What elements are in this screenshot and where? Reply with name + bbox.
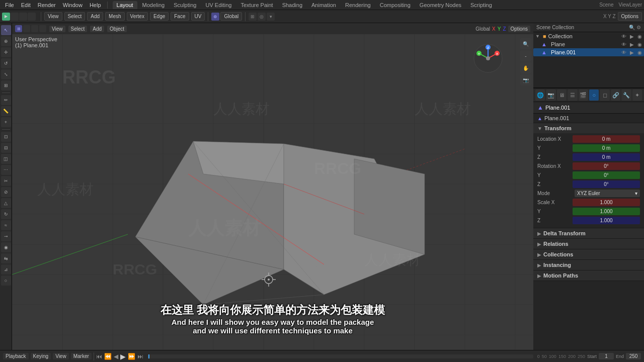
mode-icon-2[interactable]	[11, 13, 19, 21]
global-btn[interactable]: Global	[220, 12, 242, 21]
plane001-cam-icon[interactable]: ▶	[630, 50, 634, 55]
view-btn[interactable]: View	[53, 353, 69, 359]
loop-cut-tool[interactable]: ⋯	[1, 165, 11, 175]
workspace-geometry-nodes[interactable]: Geometry Nodes	[416, 1, 465, 9]
measure-tool[interactable]: 📏	[1, 106, 11, 116]
snap-options-icon[interactable]: ▾	[267, 13, 275, 21]
collection-cam-icon[interactable]: ▶	[630, 34, 634, 39]
knife-tool[interactable]: ✂	[1, 176, 11, 186]
vertex-menu[interactable]: Vertex	[127, 12, 148, 21]
workspace-modeling[interactable]: Modeling	[138, 1, 169, 9]
props-object-icon[interactable]: ◻	[600, 89, 609, 101]
viewport-add-btn[interactable]: Add	[90, 26, 104, 32]
camera-view-btn[interactable]: 📷	[520, 74, 531, 85]
annotate-tool[interactable]: ✏	[1, 95, 11, 105]
scale-z[interactable]: 1.000	[573, 217, 640, 224]
outliner-item-plane[interactable]: ▲ Plane 👁 ▶ ◉	[533, 40, 644, 48]
bisect-tool[interactable]: ⊘	[1, 187, 11, 197]
object-data-name[interactable]: Plane.001	[544, 115, 570, 121]
props-render-icon[interactable]: 📷	[546, 89, 555, 101]
menu-render[interactable]: Render	[35, 1, 59, 9]
options-btn[interactable]: Options	[618, 12, 642, 21]
rotate-tool[interactable]: ↺	[1, 58, 11, 68]
scale-tool[interactable]: ⤡	[1, 69, 11, 79]
location-z[interactable]: 0 m	[573, 153, 640, 161]
add-tool[interactable]: +	[1, 117, 11, 127]
viewport-gizmo[interactable]: Z X Y	[473, 43, 503, 73]
section-motion-header[interactable]: ▶ Motion Paths	[533, 270, 644, 281]
move-tool[interactable]: ✛	[1, 47, 11, 57]
viewport-icon-1[interactable]: ⊞	[15, 25, 22, 32]
outliner-filter-icon[interactable]: 🔍	[629, 25, 635, 30]
scale-x[interactable]: 1.000	[573, 199, 640, 206]
workspace-texture-paint[interactable]: Texture Paint	[236, 1, 277, 9]
outliner-options-icon[interactable]: ⚙	[636, 25, 641, 30]
push-pull-tool[interactable]: ⇆	[1, 253, 11, 263]
viewport-icon-4[interactable]	[39, 25, 46, 32]
select-tool[interactable]: ↖	[1, 25, 11, 35]
props-output-icon[interactable]: 🖥	[557, 89, 567, 101]
options-vp-btn[interactable]: Options	[508, 26, 530, 32]
viewport-icon-2[interactable]	[23, 25, 30, 32]
rotation-z[interactable]: 0°	[573, 180, 640, 188]
menu-file[interactable]: File	[2, 1, 17, 9]
section-relations-header[interactable]: ▶ Relations	[533, 239, 644, 249]
keying-btn[interactable]: Keying	[31, 353, 51, 359]
props-world-icon[interactable]: ○	[589, 89, 599, 101]
workspace-sculpting[interactable]: Sculpting	[170, 1, 200, 9]
to-sphere-tool[interactable]: ○	[1, 276, 11, 286]
workspace-animation[interactable]: Animation	[307, 1, 340, 9]
marker-btn[interactable]: Marker	[71, 353, 92, 359]
end-frame-input[interactable]: 250	[626, 353, 641, 359]
spin-tool[interactable]: ↻	[1, 209, 11, 219]
face-menu[interactable]: Face	[171, 12, 189, 21]
props-particles-icon[interactable]: ✦	[632, 89, 642, 101]
viewport-object-btn[interactable]: Object	[107, 26, 127, 32]
cursor-tool[interactable]: ⊕	[1, 36, 11, 46]
proportional-icon[interactable]: ◎	[258, 13, 266, 21]
object-mode-icon[interactable]: ▶	[2, 13, 10, 21]
rotation-y[interactable]: 0°	[573, 171, 640, 179]
plane-render-icon[interactable]: ◉	[637, 42, 642, 47]
vp-global-btn[interactable]: Global	[475, 26, 490, 32]
viewport[interactable]: RRCG 人人素材 人人素材 RRCG RRCG 人人素材 人人素材 人人素材 …	[12, 23, 533, 350]
object-header-name[interactable]: Plane.001	[545, 105, 571, 111]
uv-menu[interactable]: UV	[191, 12, 205, 21]
menu-edit[interactable]: Edit	[18, 1, 34, 9]
workspace-shading[interactable]: Shading	[278, 1, 306, 9]
section-transform-header[interactable]: ▼ Transform	[533, 123, 644, 133]
shear-tool[interactable]: ⊿	[1, 264, 11, 275]
plane001-render-icon[interactable]: ◉	[637, 50, 642, 55]
mode-icon-4[interactable]	[28, 13, 36, 21]
props-modifier-icon[interactable]: 🔧	[621, 89, 631, 101]
timeline-scrubber[interactable]	[147, 354, 533, 358]
bevel-tool[interactable]: ◫	[1, 154, 11, 164]
transform-icon[interactable]: ⊕	[211, 13, 219, 21]
view-menu[interactable]: View	[44, 12, 62, 21]
menu-help[interactable]: Help	[87, 1, 104, 9]
play-btn[interactable]: ▶	[120, 352, 126, 360]
props-scene-icon2[interactable]: 🎬	[579, 89, 588, 101]
outliner-item-plane-001[interactable]: ▲ Plane.001 👁 ▶ ◉	[533, 48, 644, 56]
skip-start-btn[interactable]: ⏮	[96, 353, 102, 360]
workspace-rendering[interactable]: Rendering	[341, 1, 375, 9]
shrink-fatten-tool[interactable]: ◉	[1, 242, 11, 252]
skip-end-btn[interactable]: ⏭	[137, 353, 143, 360]
mode-select[interactable]: XYZ Euler ▾	[575, 190, 640, 197]
plane-cam-icon[interactable]: ▶	[630, 42, 634, 47]
props-constraint-icon[interactable]: 🔗	[611, 89, 620, 101]
viewport-view-btn[interactable]: View	[49, 26, 65, 32]
edge-menu[interactable]: Edge	[150, 12, 169, 21]
outliner-item-collection[interactable]: ▼ ■ Collection 👁 ▶ ◉	[533, 32, 644, 40]
section-delta-header[interactable]: ▶ Delta Transform	[533, 228, 644, 238]
workspace-uv-editing[interactable]: UV Editing	[201, 1, 235, 9]
mode-icon-3[interactable]	[19, 13, 27, 21]
plane-eye-icon[interactable]: 👁	[621, 42, 626, 47]
step-back-btn[interactable]: ⏪	[104, 353, 112, 360]
workspace-layout[interactable]: Layout	[113, 1, 137, 9]
section-instancing-header[interactable]: ▶ Instancing	[533, 260, 644, 270]
menu-window[interactable]: Window	[60, 1, 86, 9]
snap-icon[interactable]: ⊞	[249, 13, 257, 21]
add-menu[interactable]: Add	[87, 12, 103, 21]
inset-tool[interactable]: ⊟	[1, 143, 11, 153]
